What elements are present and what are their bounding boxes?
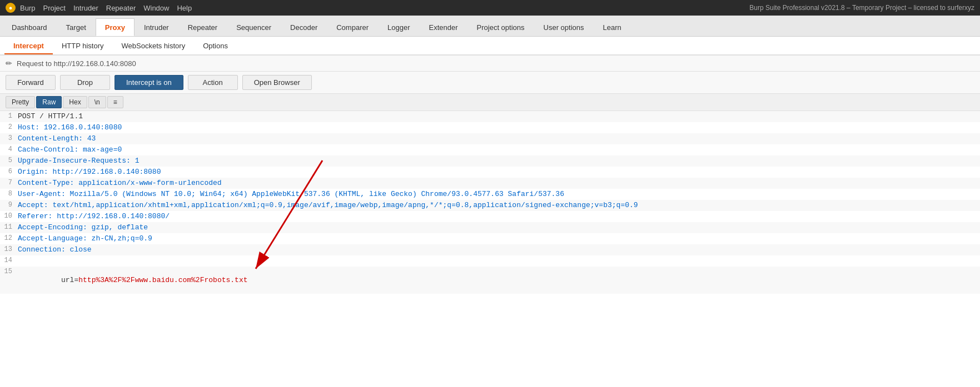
code-line-4: 4 Cache-Control: max-age=0 (0, 144, 980, 155)
line-number: 1 (0, 111, 16, 121)
code-line-6: 6 Origin: http://192.168.0.140:8080 (0, 167, 980, 178)
request-bar: ✏ Request to http://192.168.0.140:8080 (0, 56, 980, 72)
line-number: 11 (0, 222, 16, 232)
code-line-3: 3 Content-Length: 43 (0, 133, 980, 144)
line-content: Accept-Language: zh-CN,zh;q=0.9 (16, 233, 980, 244)
line-number: 6 (0, 167, 16, 177)
code-line-8: 8 User-Agent: Mozilla/5.0 (Windows NT 10… (0, 189, 980, 200)
line-content: Content-Type: application/x-www-form-url… (16, 178, 980, 188)
code-editor: 1 POST / HTTP/1.1 2 Host: 192.168.0.140:… (0, 111, 980, 387)
line-number: 4 (0, 144, 16, 154)
code-line-10: 10 Referer: http://192.168.0.140:8080/ (0, 211, 980, 222)
line-content: Referer: http://192.168.0.140:8080/ (16, 211, 980, 222)
line-number: 8 (0, 189, 16, 199)
tab-logger[interactable]: Logger (378, 18, 419, 36)
line-number: 12 (0, 233, 16, 243)
menu-project[interactable]: Project (43, 4, 65, 12)
menu-burp[interactable]: Burp (20, 4, 35, 12)
subtab-intercept[interactable]: Intercept (4, 38, 53, 54)
line-content: POST / HTTP/1.1 (16, 111, 980, 122)
title-bar: ● Burp Project Intruder Repeater Window … (0, 0, 980, 16)
menu-help[interactable]: Help (177, 4, 192, 12)
code-line-1: 1 POST / HTTP/1.1 (0, 111, 980, 122)
line-number: 3 (0, 133, 16, 143)
menu-repeater[interactable]: Repeater (106, 4, 136, 12)
format-menu[interactable]: ≡ (107, 96, 123, 108)
tab-dashboard[interactable]: Dashboard (2, 18, 57, 36)
line-content (16, 255, 980, 258)
line-content: Connection: close (16, 244, 980, 255)
code-line-12: 12 Accept-Language: zh-CN,zh;q=0.9 (0, 233, 980, 244)
code-line-9: 9 Accept: text/html,application/xhtml+xm… (0, 200, 980, 211)
format-newline[interactable]: \n (88, 96, 106, 108)
action-bar: Forward Drop Intercept is on Action Open… (0, 72, 980, 94)
line-content: Content-Length: 43 (16, 133, 980, 144)
format-bar: Pretty Raw Hex \n ≡ (0, 94, 980, 111)
url-prefix: url= (61, 276, 78, 284)
line-number: 15 (0, 267, 16, 277)
tab-intruder[interactable]: Intruder (135, 18, 178, 36)
format-hex[interactable]: Hex (63, 96, 87, 108)
tab-decoder[interactable]: Decoder (281, 18, 327, 36)
line-content: Accept: text/html,application/xhtml+xml,… (16, 200, 980, 210)
tab-extender[interactable]: Extender (420, 18, 467, 36)
request-target: Request to http://192.168.0.140:8080 (17, 59, 136, 68)
line-number: 13 (0, 244, 16, 254)
open-browser-button[interactable]: Open Browser (242, 75, 312, 90)
subtab-options[interactable]: Options (194, 38, 237, 54)
line-number: 7 (0, 178, 16, 188)
subtab-http-history[interactable]: HTTP history (53, 38, 113, 54)
action-button[interactable]: Action (188, 75, 238, 90)
line-content: Accept-Encoding: gzip, deflate (16, 222, 980, 233)
subtab-websockets-history[interactable]: WebSockets history (113, 38, 195, 54)
menu-bar: Burp Project Intruder Repeater Window He… (20, 4, 192, 12)
code-line-14: 14 (0, 255, 980, 267)
line-content: Upgrade-Insecure-Requests: 1 (16, 155, 980, 166)
format-raw[interactable]: Raw (36, 96, 62, 108)
line-content: User-Agent: Mozilla/5.0 (Windows NT 10.0… (16, 189, 980, 199)
code-line-5: 5 Upgrade-Insecure-Requests: 1 (0, 155, 980, 167)
line-number: 9 (0, 200, 16, 210)
url-value: http%3A%2F%2Fwww.baidu.com%2Frobots.txt (78, 276, 247, 284)
menu-intruder[interactable]: Intruder (73, 4, 98, 12)
line-content: Host: 192.168.0.140:8080 (16, 122, 980, 133)
line-number: 10 (0, 211, 16, 221)
forward-button[interactable]: Forward (6, 75, 56, 90)
tab-target[interactable]: Target (57, 18, 96, 36)
code-lines: 1 POST / HTTP/1.1 2 Host: 192.168.0.140:… (0, 111, 980, 294)
drop-button[interactable]: Drop (60, 75, 110, 90)
intercept-toggle-button[interactable]: Intercept is on (115, 75, 183, 90)
line-number: 5 (0, 155, 16, 165)
line-content: Cache-Control: max-age=0 (16, 144, 980, 155)
tab-proxy[interactable]: Proxy (96, 18, 135, 36)
tab-project-options[interactable]: Project options (467, 18, 534, 36)
tab-user-options[interactable]: User options (534, 18, 594, 36)
tab-sequencer[interactable]: Sequencer (227, 18, 281, 36)
code-line-11: 11 Accept-Encoding: gzip, deflate (0, 222, 980, 233)
code-line-2: 2 Host: 192.168.0.140:8080 (0, 122, 980, 133)
line-number: 14 (0, 255, 16, 265)
app-title: Burp Suite Professional v2021.8 – Tempor… (749, 4, 974, 12)
burp-logo: ● (6, 3, 16, 13)
code-line-13: 13 Connection: close (0, 244, 980, 255)
sub-tabs: Intercept HTTP history WebSockets histor… (0, 37, 980, 56)
code-line-15: 15 url=http%3A%2F%2Fwww.baidu.com%2Frobo… (0, 267, 980, 294)
tab-comparer[interactable]: Comparer (327, 18, 378, 36)
tab-repeater[interactable]: Repeater (178, 18, 227, 36)
tab-learn[interactable]: Learn (594, 18, 631, 36)
code-line-7: 7 Content-Type: application/x-www-form-u… (0, 178, 980, 189)
line-content: Origin: http://192.168.0.140:8080 (16, 167, 980, 177)
pencil-icon: ✏ (6, 59, 12, 68)
menu-window[interactable]: Window (143, 4, 169, 12)
main-tabs: Dashboard Target Proxy Intruder Repeater… (0, 16, 980, 37)
line-number: 2 (0, 122, 16, 132)
line-content: url=http%3A%2F%2Fwww.baidu.com%2Frobots.… (16, 267, 980, 294)
format-pretty[interactable]: Pretty (6, 96, 35, 108)
